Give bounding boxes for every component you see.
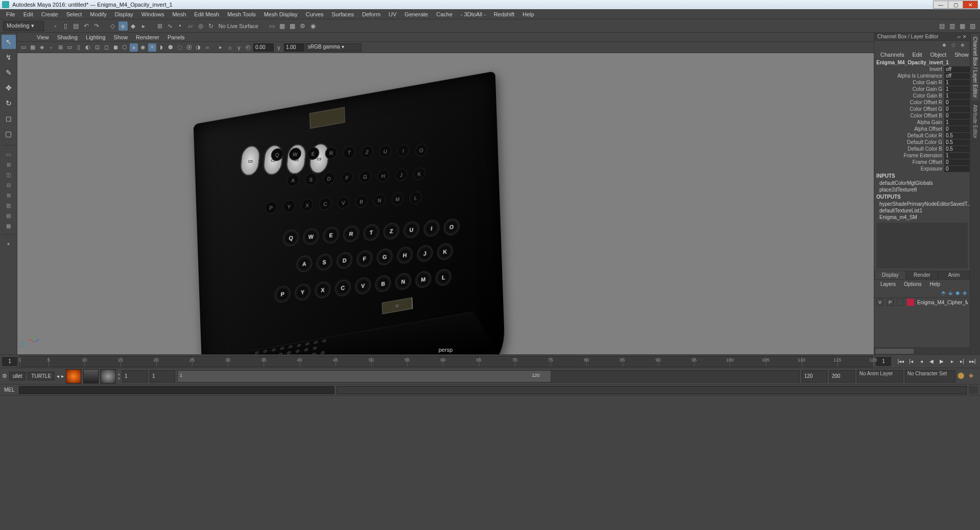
- shelf-item-2[interactable]: [83, 369, 99, 383]
- attr-value-field[interactable]: off: [944, 73, 970, 79]
- play-forwards-icon[interactable]: ▶: [937, 357, 946, 366]
- current-frame-field[interactable]: 1: [876, 357, 891, 366]
- snap-grid-icon[interactable]: ⊞: [155, 21, 164, 31]
- script-editor-button[interactable]: [969, 386, 978, 394]
- character-set-dropdown[interactable]: No Character Set: [905, 370, 955, 382]
- viewcube-home-icon[interactable]: ⌂: [19, 339, 25, 349]
- input-node-link[interactable]: defaultColorMgtGlobals: [874, 180, 970, 186]
- menu-mesh[interactable]: Mesh: [168, 10, 190, 18]
- smooth-shade-icon[interactable]: ●: [130, 43, 138, 52]
- panel-undock-icon[interactable]: ▱: [957, 34, 961, 39]
- move-tool-icon[interactable]: ✥: [2, 81, 16, 95]
- menu-edit-mesh[interactable]: Edit Mesh: [190, 10, 223, 18]
- channel-icon-1[interactable]: ◆: [942, 42, 949, 49]
- new-layer-from-selected-icon[interactable]: ◈: [963, 290, 967, 296]
- shelf-tab-turtle[interactable]: TURTLE: [28, 372, 55, 380]
- gate-mask-icon[interactable]: ◐: [84, 43, 92, 52]
- panel-close-icon[interactable]: ✕: [963, 34, 967, 39]
- grid-icon[interactable]: ⊞: [56, 43, 64, 52]
- step-back-key-icon[interactable]: |◂: [906, 357, 916, 366]
- motion-blur-icon[interactable]: ≈: [203, 43, 211, 52]
- attr-value-field[interactable]: 0: [944, 166, 970, 172]
- gamma-value-field[interactable]: [284, 43, 304, 52]
- selection-mask-icon[interactable]: ▸: [139, 21, 148, 31]
- menu-create[interactable]: Create: [37, 10, 62, 18]
- anim-start-field[interactable]: 1: [122, 370, 148, 382]
- window-maximize-button[interactable]: ▢: [948, 1, 963, 9]
- viewport-persp[interactable]: ▭ ▭ ▭ ▭ QWERTZUIOASDFGHJKPYXCVBNML QWERT…: [17, 53, 874, 354]
- wireframe-icon[interactable]: ⬡: [121, 43, 129, 52]
- layer-move-up-icon[interactable]: ⬘: [941, 290, 945, 296]
- resolution-gate-icon[interactable]: ▯: [75, 43, 83, 52]
- film-gate-icon[interactable]: ▭: [65, 43, 74, 52]
- select-tool-icon[interactable]: ↖: [2, 35, 16, 49]
- attr-value-field[interactable]: 1: [944, 119, 970, 126]
- menu-uv[interactable]: UV: [385, 10, 400, 18]
- gamma-value-icon[interactable]: γ: [275, 43, 283, 52]
- anim-layer-dropdown[interactable]: No Anim Layer: [857, 370, 903, 382]
- window-close-button[interactable]: ✕: [963, 1, 978, 9]
- new-empty-layer-icon[interactable]: ◆: [955, 290, 960, 296]
- window-minimize-button[interactable]: —: [933, 1, 948, 9]
- step-forward-frame-icon[interactable]: ▸: [947, 357, 957, 366]
- lasso-tool-icon[interactable]: ↯: [2, 50, 16, 64]
- layout-hypershade-persp-icon[interactable]: ▤: [2, 211, 16, 220]
- xray-icon[interactable]: ◌: [176, 43, 184, 52]
- panel-menu-show[interactable]: Show: [110, 33, 132, 41]
- layer-scrollbar[interactable]: [874, 347, 970, 354]
- layout-custom-icon[interactable]: ▦: [2, 221, 16, 230]
- menu-surfaces[interactable]: Surfaces: [328, 10, 358, 18]
- menu-mesh-display[interactable]: Mesh Display: [260, 10, 302, 18]
- toggle-layer-editor-icon[interactable]: ▥: [947, 21, 957, 31]
- layer-menu-options[interactable]: Options: [900, 281, 925, 287]
- select-by-hierarchy-icon[interactable]: ◇: [108, 21, 117, 31]
- view-transform-icon[interactable]: ◴: [244, 43, 252, 52]
- shadows-icon[interactable]: ◗: [157, 43, 165, 52]
- menu-edit[interactable]: Edit: [19, 10, 37, 18]
- image-plane-icon[interactable]: ▫: [47, 43, 55, 52]
- exposure-value-field[interactable]: [253, 43, 274, 52]
- wireframe-on-shaded-icon[interactable]: ⬢: [166, 43, 175, 52]
- go-to-start-icon[interactable]: |◂◂: [896, 357, 905, 366]
- output-node-link[interactable]: Enigma_m4_SM: [874, 214, 970, 221]
- layer-menu-help[interactable]: Help: [925, 281, 944, 287]
- menu-file[interactable]: File: [2, 10, 19, 18]
- last-tool-icon[interactable]: ▢: [2, 127, 16, 141]
- layout-two-stacked-icon[interactable]: ⊟: [2, 180, 16, 189]
- redo-icon[interactable]: ↷: [92, 21, 101, 31]
- color-space-dropdown[interactable]: sRGB gamma ▾: [305, 43, 362, 52]
- attr-value-field[interactable]: 0.5: [944, 139, 970, 146]
- select-by-component-icon[interactable]: ◆: [129, 21, 138, 31]
- attr-value-field[interactable]: 0.5: [944, 133, 970, 139]
- camera-attributes-icon[interactable]: ▦: [29, 43, 37, 52]
- attr-value-field[interactable]: 0: [944, 100, 970, 106]
- new-scene-icon[interactable]: ▫: [51, 21, 60, 31]
- use-all-lights-icon[interactable]: ☀: [148, 43, 156, 52]
- rotate-tool-icon[interactable]: ↻: [2, 96, 16, 110]
- layer-playback-toggle[interactable]: P: [887, 299, 894, 306]
- layer-name-label[interactable]: Enigma_M4_Cipher_Mac: [917, 300, 968, 305]
- attr-value-field[interactable]: 1: [944, 86, 970, 92]
- panel-menu-view[interactable]: View: [33, 33, 53, 41]
- shelf-nav-left-icon[interactable]: ◂: [57, 373, 59, 379]
- layer-tab-display[interactable]: Display: [874, 271, 906, 280]
- layout-three-icon[interactable]: ⊞: [2, 190, 16, 200]
- menu-mesh-tools[interactable]: Mesh Tools: [223, 10, 259, 18]
- go-to-end-icon[interactable]: ▸▸|: [968, 357, 977, 366]
- render-view-icon[interactable]: ▭: [268, 21, 277, 31]
- render-settings-icon[interactable]: ⚙: [298, 21, 307, 31]
- attr-value-field[interactable]: 1: [944, 153, 970, 159]
- layer-move-down-icon[interactable]: ⬙: [948, 290, 952, 296]
- toggle-tool-settings-icon[interactable]: ▦: [958, 21, 967, 31]
- layer-tab-anim[interactable]: Anim: [938, 271, 970, 280]
- side-tab-attribute-editor[interactable]: Attribute Editor: [971, 102, 979, 142]
- xray-joints-icon[interactable]: ⦿: [185, 43, 193, 52]
- menu-set-dropdown[interactable]: Modeling ▾: [3, 21, 44, 31]
- ipr-render-icon[interactable]: ▩: [288, 21, 297, 31]
- command-input[interactable]: [19, 386, 334, 394]
- select-camera-icon[interactable]: ▭: [19, 43, 28, 52]
- playback-start-field[interactable]: 1: [150, 370, 175, 382]
- render-frame-icon[interactable]: ▦: [278, 21, 287, 31]
- menu-modify[interactable]: Modify: [86, 10, 110, 18]
- play-backwards-icon[interactable]: ◀: [927, 357, 936, 366]
